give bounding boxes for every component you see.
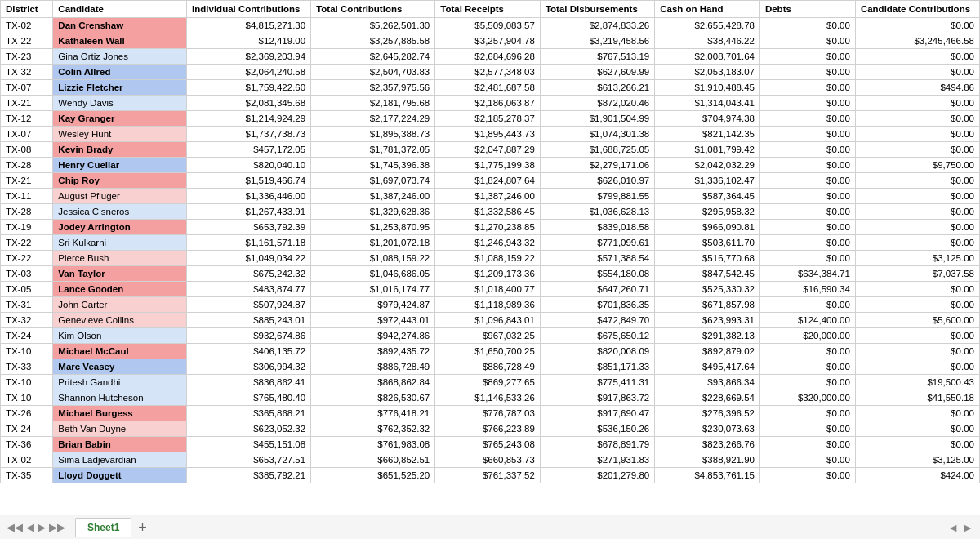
cell-cand-contrib: $0.00 [855, 65, 979, 80]
cell-total-contrib: $1,329,628.36 [311, 204, 435, 220]
cell-total-receipts: $2,481,687.58 [435, 80, 541, 96]
cell-debts: $634,384.71 [760, 266, 855, 282]
spreadsheet-container: District Candidate Individual Contributi… [0, 0, 980, 514]
cell-debts: $0.00 [760, 80, 855, 96]
cell-candidate: Sri Kulkarni [53, 235, 187, 251]
cell-cash: $503,611.70 [655, 235, 760, 251]
cell-debts: $0.00 [760, 189, 855, 204]
cell-district: TX-22 [1, 251, 53, 266]
cell-individual: $507,924.87 [187, 297, 311, 313]
cell-district: TX-08 [1, 142, 53, 158]
cell-district: TX-11 [1, 189, 53, 204]
cell-total-disb: $799,881.55 [540, 189, 654, 204]
cell-total-disb: $472,849.70 [540, 313, 654, 328]
nav-arrows[interactable]: ◀◀ ◀ ▶ ▶▶ [7, 521, 65, 533]
cell-debts: $16,590.34 [760, 282, 855, 297]
cell-individual: $2,064,240.58 [187, 65, 311, 80]
cell-district: TX-07 [1, 127, 53, 142]
scroll-left-icon[interactable]: ◄ [947, 521, 959, 534]
cell-individual: $765,480.40 [187, 390, 311, 406]
cell-cash: $4,853,761.15 [655, 468, 760, 483]
cell-total-contrib: $762,352.32 [311, 421, 435, 437]
cell-cash: $495,417.64 [655, 359, 760, 375]
cell-cand-contrib: $0.00 [855, 421, 979, 437]
cell-debts: $0.00 [760, 49, 855, 65]
cell-individual: $820,040.10 [187, 158, 311, 173]
cell-district: TX-23 [1, 49, 53, 65]
cell-total-contrib: $1,697,073.74 [311, 173, 435, 189]
add-sheet-button[interactable]: + [138, 520, 147, 535]
cell-cand-contrib: $0.00 [855, 49, 979, 65]
cell-debts: $0.00 [760, 406, 855, 421]
arrow-right[interactable]: ▶ [38, 521, 46, 533]
cell-district: TX-26 [1, 406, 53, 421]
cell-cash: $2,008,701.64 [655, 49, 760, 65]
sheet-tab[interactable]: Sheet1 [75, 518, 131, 537]
cell-total-disb: $201,279.80 [540, 468, 654, 483]
table-row: TX-24Kim Olson$932,674.86$942,274.86$967… [1, 328, 980, 344]
cell-cash: $1,910,488.45 [655, 80, 760, 96]
cell-candidate: Shannon Hutcheson [53, 390, 187, 406]
cell-individual: $12,419.00 [187, 33, 311, 49]
cell-total-disb: $3,219,458.56 [540, 33, 654, 49]
cell-total-receipts: $765,243.08 [435, 437, 541, 452]
cell-total-contrib: $776,418.21 [311, 406, 435, 421]
cell-total-receipts: $1,775,199.38 [435, 158, 541, 173]
cell-total-contrib: $1,895,388.73 [311, 127, 435, 142]
cell-debts: $0.00 [760, 96, 855, 111]
cell-cand-contrib: $0.00 [855, 127, 979, 142]
table-row: TX-22Pierce Bush$1,049,034.22$1,088,159.… [1, 251, 980, 266]
header-total-receipts: Total Receipts [435, 1, 541, 18]
cell-district: TX-22 [1, 235, 53, 251]
arrow-right-right[interactable]: ▶▶ [49, 521, 65, 533]
arrow-left-left[interactable]: ◀◀ [7, 521, 23, 533]
scroll-right-icon[interactable]: ► [962, 521, 973, 534]
cell-district: TX-22 [1, 33, 53, 49]
cell-total-disb: $626,010.97 [540, 173, 654, 189]
cell-total-disb: $839,018.58 [540, 220, 654, 235]
header-total-disb: Total Disbursements [540, 1, 654, 18]
cell-total-disb: $2,279,171.06 [540, 158, 654, 173]
cell-individual: $675,242.32 [187, 266, 311, 282]
cell-total-receipts: $2,047,887.29 [435, 142, 541, 158]
cell-debts: $0.00 [760, 173, 855, 189]
cell-total-receipts: $766,223.89 [435, 421, 541, 437]
cell-individual: $2,081,345.68 [187, 96, 311, 111]
cell-debts: $0.00 [760, 452, 855, 468]
cell-total-receipts: $660,853.73 [435, 452, 541, 468]
cell-cand-contrib: $0.00 [855, 359, 979, 375]
cell-total-contrib: $868,862.84 [311, 375, 435, 390]
cell-total-contrib: $1,387,246.00 [311, 189, 435, 204]
cell-cand-contrib: $0.00 [855, 437, 979, 452]
cell-cand-contrib: $41,550.18 [855, 390, 979, 406]
cell-cand-contrib: $0.00 [855, 173, 979, 189]
cell-total-disb: $872,020.46 [540, 96, 654, 111]
cell-cash: $516,770.68 [655, 251, 760, 266]
cell-total-contrib: $1,016,174.77 [311, 282, 435, 297]
cell-district: TX-33 [1, 359, 53, 375]
cell-district: TX-24 [1, 328, 53, 344]
cell-cand-contrib: $0.00 [855, 282, 979, 297]
cell-candidate: Michael McCaul [53, 344, 187, 359]
cell-cash: $823,266.76 [655, 437, 760, 452]
arrow-left[interactable]: ◀ [26, 521, 34, 533]
cell-cash: $230,073.63 [655, 421, 760, 437]
cell-total-contrib: $660,852.51 [311, 452, 435, 468]
cell-cash: $93,866.34 [655, 375, 760, 390]
cell-cand-contrib: $3,245,466.58 [855, 33, 979, 49]
cell-debts: $0.00 [760, 235, 855, 251]
cell-debts: $0.00 [760, 220, 855, 235]
cell-total-contrib: $2,645,282.74 [311, 49, 435, 65]
cell-cash: $671,857.98 [655, 297, 760, 313]
cell-total-contrib: $2,177,224.29 [311, 111, 435, 127]
cell-candidate: Michael Burgess [53, 406, 187, 421]
cell-total-contrib: $942,274.86 [311, 328, 435, 344]
cell-cash: $1,314,043.41 [655, 96, 760, 111]
cell-total-receipts: $776,787.03 [435, 406, 541, 421]
cell-total-disb: $1,036,628.13 [540, 204, 654, 220]
table-row: TX-12Kay Granger$1,214,924.29$2,177,224.… [1, 111, 980, 127]
cell-district: TX-19 [1, 220, 53, 235]
cell-total-receipts: $1,332,586.45 [435, 204, 541, 220]
table-row: TX-10Michael McCaul$406,135.72$892,435.7… [1, 344, 980, 359]
cell-individual: $1,161,571.18 [187, 235, 311, 251]
